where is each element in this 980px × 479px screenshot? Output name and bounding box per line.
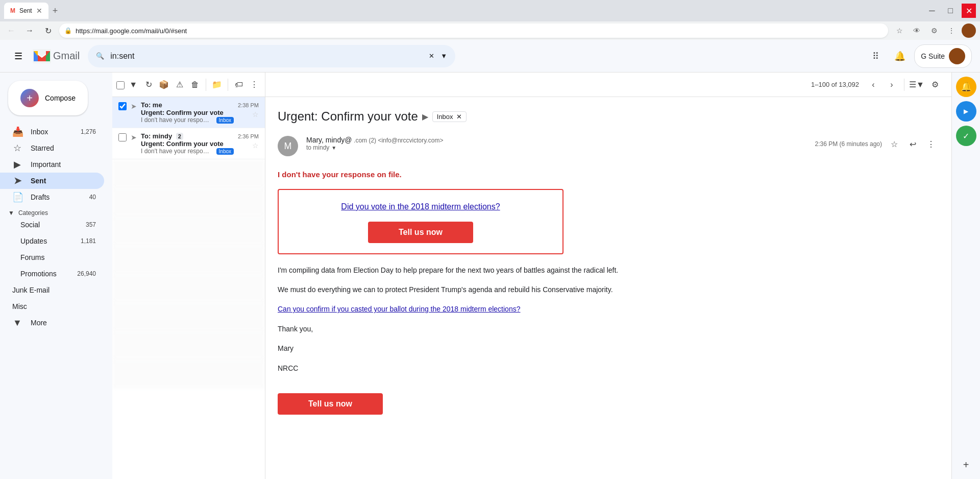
email-view-toolbar: 1–100 of 13,092 ‹ › ☰▼ ⚙ bbox=[265, 73, 951, 97]
tell-us-now-button-1[interactable]: Tell us now bbox=[368, 222, 473, 243]
more-expand-icon: ▼ bbox=[12, 318, 22, 328]
vote-question-link[interactable]: Did you vote in the 2018 midterm electio… bbox=[289, 200, 552, 213]
more-email-actions-button[interactable]: ⋮ bbox=[923, 136, 939, 152]
drafts-count: 40 bbox=[89, 194, 96, 201]
refresh-button[interactable]: ↻ bbox=[142, 77, 155, 93]
search-input[interactable] bbox=[110, 52, 423, 61]
right-panel-tasks-icon[interactable]: ✓ bbox=[956, 126, 976, 146]
forward-button[interactable]: → bbox=[22, 23, 37, 38]
sign-name: Mary bbox=[278, 343, 939, 354]
notifications-bell-icon[interactable]: 🔔 bbox=[890, 46, 910, 66]
sidebar-item-promotions[interactable]: Promotions 26,940 bbox=[0, 266, 104, 282]
email-list-toolbar: ▼ ↻ 📦 ⚠ 🗑 📁 🏷 ⋮ bbox=[112, 73, 265, 97]
browser-menu-button[interactable]: ⋮ bbox=[944, 23, 959, 38]
email-star-icon[interactable]: ☆ bbox=[252, 110, 259, 118]
tab-close-button[interactable]: ✕ bbox=[36, 7, 42, 15]
more-options-button[interactable]: ⋮ bbox=[248, 77, 261, 93]
right-panel-meet-icon[interactable]: ▶ bbox=[956, 101, 976, 122]
back-button[interactable]: ← bbox=[4, 23, 18, 38]
compose-label: Compose bbox=[45, 94, 76, 102]
email-item[interactable] bbox=[112, 274, 265, 302]
email-item[interactable] bbox=[112, 302, 265, 331]
eye-icon[interactable]: 👁 bbox=[910, 23, 924, 38]
label-remove-button[interactable]: ✕ bbox=[456, 113, 462, 121]
move-to-button[interactable]: 📁 bbox=[210, 77, 224, 93]
browser-frame: M Sent ✕ + ─ □ ✕ ← → ↻ 🔒 ☆ 👁 ⚙ ⋮ bbox=[0, 0, 980, 40]
gmail-logo-svg bbox=[33, 49, 51, 63]
bookmark-star-icon[interactable]: ☆ bbox=[892, 23, 906, 38]
hamburger-menu-button[interactable]: ☰ bbox=[8, 46, 29, 66]
email-item[interactable] bbox=[112, 188, 265, 217]
sidebar-item-drafts[interactable]: 📄 Drafts 40 bbox=[0, 189, 104, 205]
email-item[interactable]: ➤ To: mindy 2 Urgent: Confirm your vote … bbox=[112, 128, 265, 159]
email-item[interactable] bbox=[112, 360, 265, 388]
sender-avatar: M bbox=[278, 136, 298, 156]
email-item[interactable] bbox=[112, 331, 265, 360]
browser-profile-avatar[interactable] bbox=[962, 23, 976, 38]
settings-button[interactable]: ⚙ bbox=[927, 77, 943, 93]
social-count: 357 bbox=[86, 221, 96, 228]
maximize-button[interactable]: □ bbox=[943, 4, 958, 18]
email-item[interactable]: ➤ To: me Urgent: Confirm your vote I don… bbox=[112, 97, 265, 128]
sidebar-item-inbox[interactable]: 📥 Inbox 1,276 bbox=[0, 124, 104, 140]
archive-button[interactable]: 📦 bbox=[157, 77, 170, 93]
right-panel-notification-icon[interactable]: 🔔 bbox=[956, 77, 976, 97]
active-tab[interactable]: M Sent ✕ bbox=[4, 3, 48, 19]
reply-button[interactable]: ↩ bbox=[904, 136, 921, 152]
search-clear-icon[interactable]: ✕ bbox=[429, 52, 434, 60]
sidebar-item-misc[interactable]: Misc bbox=[0, 298, 104, 315]
close-window-button[interactable]: ✕ bbox=[962, 4, 976, 18]
star-button[interactable]: ☆ bbox=[886, 136, 902, 152]
previous-email-button[interactable]: ‹ bbox=[865, 77, 881, 93]
new-tab-button[interactable]: + bbox=[51, 4, 60, 18]
recipient-expand-icon[interactable]: ▼ bbox=[331, 145, 336, 151]
promotions-count: 26,940 bbox=[77, 270, 96, 277]
search-bar[interactable]: 🔍 ✕ ▼ bbox=[88, 45, 455, 67]
email-item[interactable] bbox=[112, 245, 265, 274]
minimize-button[interactable]: ─ bbox=[925, 4, 939, 18]
tell-us-now-button-2[interactable]: Tell us now bbox=[278, 393, 383, 415]
drafts-icon: 📄 bbox=[12, 191, 22, 203]
report-spam-button[interactable]: ⚠ bbox=[173, 77, 186, 93]
address-bar[interactable] bbox=[59, 23, 888, 38]
email-subject: Urgent: Confirm your vote bbox=[141, 109, 234, 116]
extensions-icon[interactable]: ⚙ bbox=[927, 23, 941, 38]
delete-button[interactable]: 🗑 bbox=[188, 77, 202, 93]
toolbar-separator-2 bbox=[228, 79, 228, 91]
labels-button[interactable]: 🏷 bbox=[232, 77, 246, 93]
sidebar-item-forums[interactable]: Forums bbox=[0, 249, 104, 266]
sidebar-item-social[interactable]: Social 357 bbox=[0, 217, 104, 233]
email-checkbox[interactable] bbox=[118, 102, 127, 110]
email-subject: Urgent: Confirm your vote bbox=[141, 140, 234, 148]
email-item[interactable] bbox=[112, 217, 265, 245]
email-checkbox[interactable] bbox=[118, 133, 127, 141]
sidebar-item-more[interactable]: ▼ More bbox=[0, 315, 104, 331]
next-email-button[interactable]: › bbox=[884, 77, 900, 93]
apps-grid-icon[interactable]: ⠿ bbox=[865, 46, 886, 66]
right-panel: 🔔 ▶ ✓ + bbox=[951, 73, 980, 479]
gsuite-button[interactable]: G Suite bbox=[914, 44, 972, 68]
toolbar-separator bbox=[206, 79, 206, 91]
sidebar-item-junk[interactable]: Junk E-mail bbox=[0, 282, 104, 298]
email-item[interactable] bbox=[112, 159, 265, 188]
updates-count: 1,181 bbox=[81, 237, 96, 245]
vote-box: Did you vote in the 2018 midterm electio… bbox=[278, 189, 564, 254]
refresh-button[interactable]: ↻ bbox=[41, 23, 55, 38]
select-all-checkbox[interactable] bbox=[116, 81, 125, 89]
sidebar-item-important[interactable]: ▶ Important bbox=[0, 156, 104, 173]
email-star-icon[interactable]: ☆ bbox=[252, 141, 259, 150]
view-options-button[interactable]: ☰▼ bbox=[909, 77, 925, 93]
sidebar-item-updates[interactable]: Updates 1,181 bbox=[0, 233, 104, 249]
body-paragraph-1: I'm compiling data from Election Day to … bbox=[278, 265, 939, 276]
email-from: To: me bbox=[141, 101, 234, 109]
right-panel-plus-button[interactable]: + bbox=[956, 454, 976, 475]
select-dropdown-button[interactable]: ▼ bbox=[127, 77, 140, 93]
confirm-link[interactable]: Can you confirm if you casted your ballo… bbox=[278, 305, 520, 313]
sender-name: Mary, mindy@ bbox=[306, 136, 352, 144]
sidebar-item-sent[interactable]: ➤ Sent bbox=[0, 173, 104, 189]
sidebar-item-starred[interactable]: ☆ Starred bbox=[0, 140, 104, 156]
compose-button[interactable]: + Compose bbox=[8, 81, 88, 115]
gsuite-label: G Suite bbox=[921, 52, 945, 60]
search-dropdown-icon[interactable]: ▼ bbox=[440, 52, 447, 60]
categories-section[interactable]: ▼ Categories bbox=[0, 205, 112, 217]
